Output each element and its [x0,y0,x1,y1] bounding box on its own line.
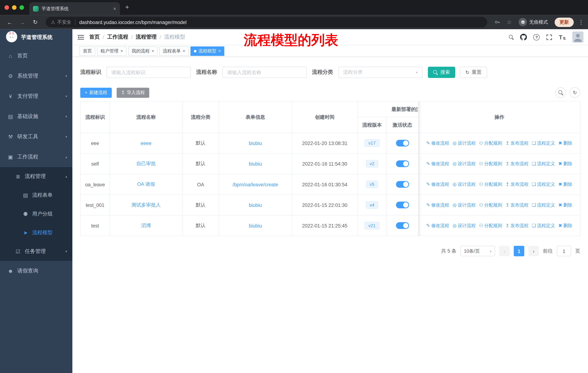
sidebar-item-devtools[interactable]: ⚒ 研发工具 ▾ [0,127,72,147]
action-definition-link[interactable]: ❏流程定义 [532,140,555,146]
action-publish-link[interactable]: ↥发布流程 [506,181,529,188]
active-toggle[interactable] [396,202,409,208]
sidebar-item-home[interactable]: ⌂ 首页 [0,46,72,66]
goto-page-input[interactable] [557,246,571,256]
create-process-button[interactable]: + 新建流程 [80,87,112,98]
close-window-button[interactable] [5,5,9,10]
version-badge[interactable]: v21 [365,222,379,229]
action-design-link[interactable]: ◎设计流程 [452,202,475,208]
tag-home[interactable]: 首页 [79,46,95,56]
action-assign-rule-link[interactable]: ⚇分配规则 [479,181,502,188]
sidebar-item-process-model[interactable]: ➤ 流程模型 [0,223,72,242]
action-design-link[interactable]: ◎设计流程 [452,161,475,167]
sidebar-item-process-form[interactable]: ▤ 流程表单 [0,186,72,204]
form-info-link[interactable]: biubiu [249,140,262,146]
tab-close-icon[interactable]: × [113,6,116,12]
version-badge[interactable]: v4 [366,201,378,209]
reload-button[interactable]: ↻ [30,19,41,26]
search-button[interactable]: 搜索 [428,67,455,78]
action-design-link[interactable]: ◎设计流程 [452,140,475,146]
active-toggle[interactable] [396,140,409,146]
tag-process-model[interactable]: 流程模型× [190,46,224,56]
url-bar[interactable]: ⚠ 不安全 dashboard.yudao.iocoder.cn/bpm/man… [46,17,487,28]
action-delete-link[interactable]: ✖删除 [558,222,572,229]
process-id-input[interactable] [106,67,191,78]
action-publish-link[interactable]: ↥发布流程 [506,222,529,229]
minimize-window-button[interactable] [12,5,17,10]
user-avatar[interactable] [572,31,584,43]
action-publish-link[interactable]: ↥发布流程 [506,202,529,208]
page-size-select[interactable]: 10条/页 ▾ [460,246,495,256]
reset-button[interactable]: ↻ 重置 [460,67,487,78]
action-publish-link[interactable]: ↥发布流程 [506,140,529,146]
browser-tab[interactable]: 芋道管理系统 × [29,2,120,15]
process-name-link[interactable]: 自己审批 [136,161,156,166]
tag-tenant-management[interactable]: 租户管理× [97,46,126,56]
back-button[interactable]: ← [5,19,15,25]
process-name-link[interactable]: 测试多审批人 [131,202,161,208]
action-modify-link[interactable]: ✎修改流程 [426,181,449,188]
action-assign-rule-link[interactable]: ⚇分配规则 [479,161,502,167]
version-badge[interactable]: v2 [366,160,378,168]
action-publish-link[interactable]: ↥发布流程 [506,161,529,167]
process-name-link[interactable]: OA 请假 [137,181,155,187]
collapse-sidebar-icon[interactable] [78,34,84,40]
action-modify-link[interactable]: ✎修改流程 [426,161,449,167]
sidebar-item-system[interactable]: ⚙ 系统管理 ▾ [0,66,72,86]
close-icon[interactable]: × [120,48,123,53]
sidebar-item-process-management[interactable]: ≣ 流程管理 ▴ [0,167,72,186]
breadcrumb-home[interactable]: 首页 [89,34,100,40]
action-modify-link[interactable]: ✎修改流程 [426,140,449,146]
action-definition-link[interactable]: ❏流程定义 [532,181,555,188]
action-definition-link[interactable]: ❏流程定义 [532,202,555,208]
version-badge[interactable]: v5 [366,181,378,188]
action-assign-rule-link[interactable]: ⚇分配规则 [479,222,502,229]
sidebar-item-leave-query[interactable]: ☻ 请假查询 [0,261,72,281]
form-info-link[interactable]: biubiu [249,161,262,167]
close-icon[interactable]: × [183,48,185,53]
action-design-link[interactable]: ◎设计流程 [452,181,475,188]
version-badge[interactable]: v17 [365,139,379,147]
page-1-button[interactable]: 1 [514,246,524,256]
form-info-link[interactable]: biubiu [249,223,262,228]
active-toggle[interactable] [396,161,409,167]
search-icon[interactable] [509,35,514,40]
browser-menu-button[interactable]: ⋮ [578,19,584,26]
password-key-icon[interactable] [492,19,502,25]
security-warning-icon[interactable]: ⚠ [51,20,55,25]
font-size-icon[interactable]: T⇅ [559,34,566,40]
maximize-window-button[interactable] [20,5,24,10]
sidebar-item-payment[interactable]: ¥ 支付管理 ▾ [0,86,72,106]
update-button[interactable]: 更新 [555,18,574,27]
tag-process-form[interactable]: 流程表单× [159,46,189,56]
action-definition-link[interactable]: ❏流程定义 [532,222,555,229]
sidebar-item-workflow[interactable]: ▣ 工作流程 ▴ [0,147,72,167]
process-name-link[interactable]: 滔博 [141,222,151,228]
action-delete-link[interactable]: ✖删除 [558,161,572,167]
close-icon[interactable]: × [151,48,154,53]
sidebar-item-task-management[interactable]: ☑ 任务管理 ▾ [0,242,72,261]
process-name-input[interactable] [222,67,307,78]
prev-page-button[interactable]: ‹ [499,246,510,256]
tag-my-process[interactable]: 我的流程× [128,46,158,56]
fullscreen-icon[interactable] [546,34,552,40]
action-modify-link[interactable]: ✎修改流程 [426,202,449,208]
process-category-select[interactable]: 流程分类 ▾ [338,67,423,78]
active-toggle[interactable] [396,222,409,229]
form-info-link[interactable]: biubiu [249,202,262,208]
refresh-table-button[interactable]: ↻ [570,87,580,98]
form-info-link[interactable]: /bpm/oa/leave/create [232,181,278,187]
bookmark-star-icon[interactable]: ☆ [504,19,514,26]
toggle-search-button[interactable] [555,87,566,98]
github-icon[interactable] [520,34,527,40]
help-icon[interactable]: ? [534,34,540,40]
action-definition-link[interactable]: ❏流程定义 [532,161,555,167]
forward-button[interactable]: → [17,19,28,25]
import-process-button[interactable]: ↥ 导入流程 [117,87,149,98]
action-delete-link[interactable]: ✖删除 [558,181,572,188]
action-assign-rule-link[interactable]: ⚇分配规则 [479,202,502,208]
action-delete-link[interactable]: ✖删除 [558,202,572,208]
process-name-link[interactable]: eeee [141,140,152,146]
action-modify-link[interactable]: ✎修改流程 [426,222,449,229]
new-tab-button[interactable]: + [125,4,129,11]
